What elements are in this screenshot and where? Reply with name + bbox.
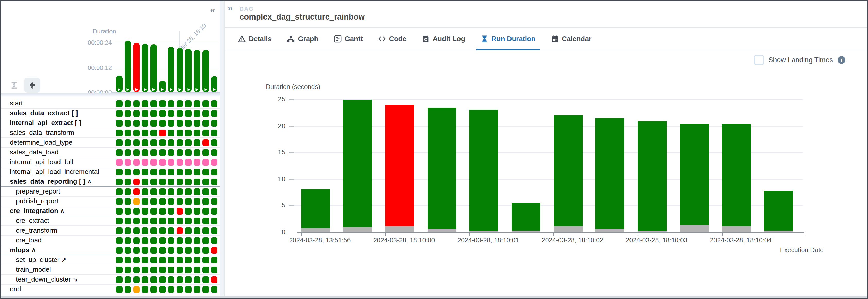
task-instance-cell[interactable] [142,120,148,126]
task-instance-cell[interactable] [211,198,218,205]
task-instance-cell[interactable] [203,208,209,214]
task-instance-cell[interactable] [142,257,148,263]
task-instance-cell[interactable] [116,218,122,224]
task-instance-cell[interactable] [116,169,122,175]
task-instance-cell[interactable] [211,267,218,273]
task-instance-cell[interactable] [185,120,192,126]
task-instance-cell[interactable] [194,257,200,263]
task-instance-cell[interactable] [142,110,148,117]
task-instance-cell[interactable] [150,198,157,205]
task-instance-cell[interactable] [150,276,157,283]
task-instance-cell[interactable] [133,237,140,244]
task-instance-cell[interactable] [159,130,166,136]
task-instance-cell[interactable] [142,237,148,244]
task-instance-cell[interactable] [125,198,131,205]
chart-bar[interactable] [596,119,625,229]
task-instance-cell[interactable] [125,228,131,234]
task-instance-cell[interactable] [150,218,157,224]
task-instance-cell[interactable] [168,247,174,254]
task-instance-cell[interactable] [185,208,192,214]
chart-bar[interactable] [722,124,751,226]
task-instance-cell[interactable] [168,286,174,293]
task-instance-cell[interactable] [116,267,122,273]
task-name[interactable]: cre_extract [16,216,49,225]
task-instance-cell[interactable] [125,130,131,136]
task-instance-cell[interactable] [125,267,131,273]
task-instance-cell[interactable] [168,169,174,175]
task-instance-cell[interactable] [203,218,209,224]
task-instance-cell[interactable] [125,286,131,293]
task-instance-cell[interactable] [133,257,140,263]
chart-bar-queued[interactable] [722,226,751,232]
task-instance-cell[interactable] [116,228,122,234]
task-instance-cell[interactable] [142,130,148,136]
task-name[interactable]: sales_data_load [10,148,59,157]
task-instance-cell[interactable] [194,208,200,214]
task-instance-cell[interactable] [133,276,140,283]
task-name[interactable]: cre_transform [16,226,57,235]
task-instance-cell[interactable] [133,178,140,185]
task-instance-cell[interactable] [142,198,148,205]
task-name[interactable]: set_up_cluster ↗ [16,255,66,265]
task-instance-cell[interactable] [177,159,183,165]
task-instance-cell[interactable] [194,247,200,254]
task-instance-cell[interactable] [203,198,209,205]
task-instance-cell[interactable] [177,120,183,126]
task-instance-cell[interactable] [142,208,148,214]
task-instance-cell[interactable] [177,267,183,273]
task-instance-cell[interactable] [211,257,218,263]
task-instance-cell[interactable] [133,198,140,205]
task-instance-cell[interactable] [142,169,148,175]
task-instance-cell[interactable] [159,218,166,224]
task-instance-cell[interactable] [211,218,218,224]
task-instance-cell[interactable] [150,169,157,175]
chart-bar-queued[interactable] [385,226,414,232]
task-instance-cell[interactable] [133,267,140,273]
task-instance-cell[interactable] [142,247,148,254]
task-instance-cell[interactable] [185,286,192,293]
task-instance-cell[interactable] [168,159,174,165]
bottom-scrollbar-track[interactable] [1,296,867,298]
task-instance-cell[interactable] [125,139,131,146]
task-instance-cell[interactable] [185,139,192,146]
chart-bar-queued[interactable] [554,226,582,232]
task-name[interactable]: sales_data_transform [10,128,74,137]
task-instance-cell[interactable] [159,257,166,263]
task-instance-cell[interactable] [133,159,140,165]
task-instance-cell[interactable] [116,198,122,205]
task-name[interactable]: train_model [16,265,51,274]
task-instance-cell[interactable] [185,276,192,283]
task-instance-cell[interactable] [159,120,166,126]
task-instance-cell[interactable] [168,237,174,244]
task-instance-cell[interactable] [142,159,148,165]
task-instance-cell[interactable] [177,110,183,117]
task-instance-cell[interactable] [177,286,183,293]
task-instance-cell[interactable] [116,159,122,165]
task-instance-cell[interactable] [150,208,157,214]
task-instance-cell[interactable] [203,149,209,156]
task-instance-cell[interactable] [150,237,157,244]
chart-bar[interactable] [680,124,709,225]
task-instance-cell[interactable] [185,228,192,234]
task-instance-cell[interactable] [150,139,157,146]
task-instance-cell[interactable] [211,208,218,214]
task-instance-cell[interactable] [177,139,183,146]
task-instance-cell[interactable] [203,286,209,293]
task-instance-cell[interactable] [159,178,166,185]
task-instance-cell[interactable] [142,188,148,195]
task-instance-cell[interactable] [194,198,200,205]
task-instance-cell[interactable] [211,149,218,156]
chart-bar[interactable] [512,203,540,231]
task-name[interactable]: tear_down_cluster ↘ [16,275,78,284]
task-instance-cell[interactable] [185,188,192,195]
task-instance-cell[interactable] [133,218,140,224]
task-instance-cell[interactable] [203,169,209,175]
task-instance-cell[interactable] [116,286,122,293]
task-instance-cell[interactable] [159,188,166,195]
task-instance-cell[interactable] [150,188,157,195]
task-instance-cell[interactable] [150,228,157,234]
chart-bar-queued[interactable] [680,225,709,232]
task-instance-cell[interactable] [125,100,131,107]
task-instance-cell[interactable] [142,149,148,156]
task-name[interactable]: sales_data_extract [ ] [10,108,78,118]
